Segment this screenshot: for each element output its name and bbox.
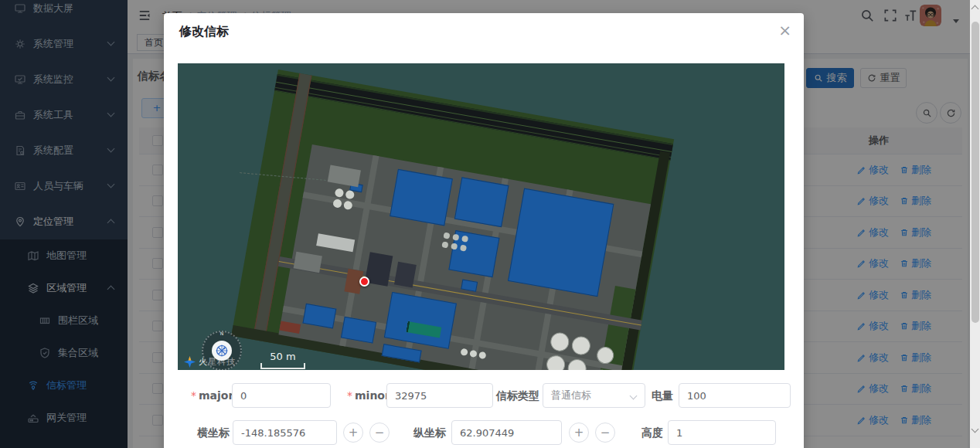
page-scrollbar[interactable] xyxy=(970,0,980,448)
map-scale-bar: 50 m xyxy=(260,351,305,369)
height-input[interactable] xyxy=(668,420,776,445)
scale-label: 50 m xyxy=(260,351,305,362)
beacon-type-label: 信标类型 xyxy=(496,383,539,408)
battery-input[interactable] xyxy=(679,383,791,408)
major-input[interactable] xyxy=(232,383,331,408)
minor-input[interactable] xyxy=(386,383,493,408)
compass-north-label: N xyxy=(220,331,224,336)
compass-rose-icon[interactable] xyxy=(212,341,232,361)
scrollbar-thumb[interactable] xyxy=(971,22,979,323)
scale-bracket xyxy=(260,363,305,369)
map-site-graphic xyxy=(231,70,674,370)
x-coordinate-input[interactable] xyxy=(233,420,337,445)
x-coordinate-label: 横坐标 xyxy=(197,420,230,445)
x-decrease-button[interactable]: − xyxy=(369,423,390,443)
y-coordinate-input[interactable] xyxy=(451,420,562,445)
y-decrease-button[interactable]: − xyxy=(595,423,615,443)
battery-label: 电量 xyxy=(652,383,673,408)
beacon-marker[interactable] xyxy=(359,277,369,287)
major-label: *major xyxy=(191,383,233,408)
minor-label: *minor xyxy=(347,383,390,408)
mars-star-icon xyxy=(184,356,196,368)
y-coordinate-label: 纵坐标 xyxy=(413,420,446,445)
compass-control[interactable]: N xyxy=(202,331,242,370)
beacon-type-select[interactable]: 普通信标 xyxy=(543,383,645,408)
chevron-down-icon xyxy=(630,392,638,400)
height-label: 高度 xyxy=(641,420,663,445)
scroll-up-icon[interactable] xyxy=(971,5,979,13)
y-increase-button[interactable]: + xyxy=(569,423,589,443)
modal-close-icon[interactable]: × xyxy=(778,21,791,39)
scroll-down-icon[interactable] xyxy=(971,426,979,433)
modal-title: 修改信标 xyxy=(179,24,229,40)
beacon-map[interactable]: N 火星科技 50 m xyxy=(178,63,784,370)
x-increase-button[interactable]: + xyxy=(343,423,363,443)
edit-beacon-modal: 修改信标 × xyxy=(164,13,804,448)
